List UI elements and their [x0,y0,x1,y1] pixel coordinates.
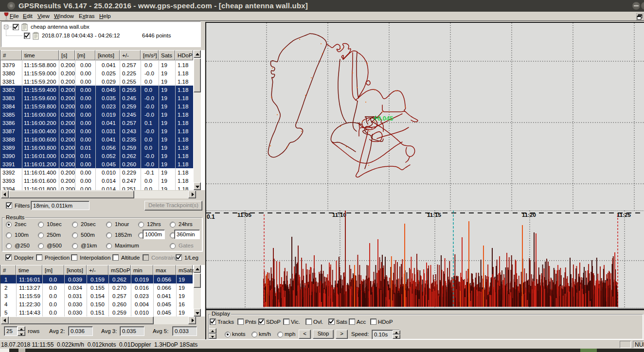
svg-text:0.045: 0.045 [377,115,394,122]
